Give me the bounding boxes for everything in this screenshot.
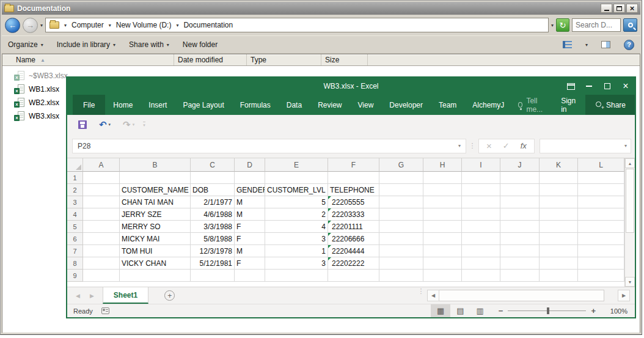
cell-L4[interactable]: [578, 208, 624, 221]
cell-L6[interactable]: [578, 233, 624, 245]
cell-K1[interactable]: [540, 172, 578, 184]
column-header-size[interactable]: Size: [321, 54, 368, 65]
refresh-button[interactable]: [556, 18, 569, 32]
organize-button[interactable]: Organize: [8, 40, 43, 49]
cell-G8[interactable]: [379, 257, 423, 270]
zoom-in-button[interactable]: +: [591, 306, 596, 315]
row-header-8[interactable]: 8: [67, 257, 83, 270]
redo-button[interactable]: ▾: [119, 119, 138, 130]
cell-K7[interactable]: [540, 245, 578, 257]
tab-bar-resize-handle[interactable]: ⋮: [415, 287, 427, 304]
cell-G2[interactable]: [379, 184, 423, 196]
excel-titlebar[interactable]: WB3.xlsx - Excel: [67, 78, 635, 95]
cell-A7[interactable]: [83, 245, 120, 257]
macro-record-icon[interactable]: [101, 307, 109, 314]
cell-B7[interactable]: TOM HUI: [120, 245, 191, 257]
close-button[interactable]: [626, 4, 638, 13]
sheet-tab-sheet1[interactable]: Sheet1: [103, 287, 148, 304]
share-with-button[interactable]: Share with: [129, 40, 169, 49]
ribbon-tab-file[interactable]: File: [73, 95, 105, 115]
column-header-date-modified[interactable]: Date modified: [174, 54, 247, 65]
cell-H5[interactable]: [423, 221, 462, 233]
address-dropdown-icon[interactable]: ▾: [551, 23, 554, 28]
cell-B6[interactable]: MICKY MAI: [120, 233, 191, 245]
sheet-prev-icon[interactable]: ◀: [76, 293, 80, 299]
share-button[interactable]: Share: [585, 95, 635, 115]
cell-H4[interactable]: [423, 208, 462, 221]
cell-A6[interactable]: [83, 233, 120, 245]
undo-dropdown-icon[interactable]: ▾: [109, 122, 111, 127]
crumb-dropdown-icon[interactable]: ▾: [176, 23, 178, 28]
cell-E1[interactable]: [265, 172, 328, 184]
cell-I4[interactable]: [462, 208, 500, 221]
cell-C5[interactable]: 3/3/1988: [191, 221, 235, 233]
preview-pane-button[interactable]: [601, 41, 610, 48]
cell-B4[interactable]: JERRY SZE: [120, 208, 191, 221]
enter-icon[interactable]: [503, 141, 510, 150]
address-field[interactable]: ▾ Computer ▾ New Volume (D:) ▾ Documenta…: [45, 18, 549, 32]
new-sheet-button[interactable]: +: [164, 290, 175, 301]
cell-H2[interactable]: [423, 184, 462, 196]
column-header-I[interactable]: I: [462, 158, 500, 172]
cell-F9[interactable]: [328, 270, 379, 282]
cell-E8[interactable]: 3: [265, 257, 328, 270]
cell-A1[interactable]: [83, 172, 120, 184]
cell-G6[interactable]: [379, 233, 423, 245]
zoom-slider[interactable]: [508, 310, 586, 311]
breadcrumb-drive[interactable]: New Volume (D:): [116, 21, 172, 29]
cell-L5[interactable]: [578, 221, 624, 233]
column-header-K[interactable]: K: [540, 158, 578, 172]
scroll-left-icon[interactable]: ◀: [427, 290, 439, 301]
ribbon-tab-page-layout[interactable]: Page Layout: [175, 95, 232, 115]
sign-in-button[interactable]: Sign in: [554, 95, 585, 115]
cell-K9[interactable]: [540, 270, 578, 282]
scroll-down-icon[interactable]: ▼: [625, 277, 635, 287]
cell-C3[interactable]: 2/1/1977: [191, 196, 235, 208]
page-layout-view-button[interactable]: ▤: [450, 304, 470, 317]
cell-C1[interactable]: [191, 172, 235, 184]
cell-J8[interactable]: [500, 257, 540, 270]
cell-H9[interactable]: [423, 270, 462, 282]
formula-bar-resize-handle[interactable]: ⋮: [466, 142, 478, 150]
column-header-B[interactable]: B: [120, 158, 191, 172]
cell-E4[interactable]: 2: [265, 208, 328, 221]
views-dropdown-icon[interactable]: ▾: [585, 42, 588, 48]
cell-L8[interactable]: [578, 257, 624, 270]
cell-K4[interactable]: [540, 208, 578, 221]
ribbon-tab-formulas[interactable]: Formulas: [232, 95, 279, 115]
horizontal-scroll-thumb[interactable]: [439, 290, 604, 301]
cell-J1[interactable]: [500, 172, 540, 184]
ribbon-tab-developer[interactable]: Developer: [381, 95, 431, 115]
cell-F3[interactable]: 22205555: [328, 196, 379, 208]
tell-me-box[interactable]: Tell me...: [512, 95, 554, 115]
back-button[interactable]: [5, 18, 20, 33]
column-header-C[interactable]: C: [191, 158, 235, 172]
cell-H7[interactable]: [423, 245, 462, 257]
cell-I1[interactable]: [462, 172, 500, 184]
cell-J6[interactable]: [500, 233, 540, 245]
zoom-out-button[interactable]: −: [499, 306, 503, 315]
ribbon-tab-alchemyj[interactable]: AlchemyJ: [464, 95, 512, 115]
cell-G5[interactable]: [379, 221, 423, 233]
zoom-slider-thumb[interactable]: [547, 307, 549, 314]
cell-L7[interactable]: [578, 245, 624, 257]
cell-B3[interactable]: CHAN TAI MAN: [120, 196, 191, 208]
row-header-4[interactable]: 4: [67, 208, 83, 221]
cell-A4[interactable]: [83, 208, 120, 221]
cell-F2[interactable]: TELEPHONE: [328, 184, 379, 196]
cell-D9[interactable]: [235, 270, 265, 282]
cell-K3[interactable]: [540, 196, 578, 208]
cell-D3[interactable]: M: [235, 196, 265, 208]
formula-expand-icon[interactable]: ▾: [624, 143, 627, 149]
customize-qat-dropdown-icon[interactable]: ▾: [143, 122, 145, 128]
column-header-E[interactable]: E: [265, 158, 328, 172]
ribbon-tab-view[interactable]: View: [350, 95, 382, 115]
new-folder-button[interactable]: New folder: [183, 40, 218, 49]
undo-button[interactable]: ▾: [95, 119, 114, 130]
cell-E3[interactable]: 5: [265, 196, 328, 208]
formula-input[interactable]: ▾: [540, 139, 631, 153]
search-input[interactable]: [576, 21, 617, 29]
cell-L1[interactable]: [578, 172, 624, 184]
row-header-9[interactable]: 9: [67, 270, 83, 282]
cell-H1[interactable]: [423, 172, 462, 184]
